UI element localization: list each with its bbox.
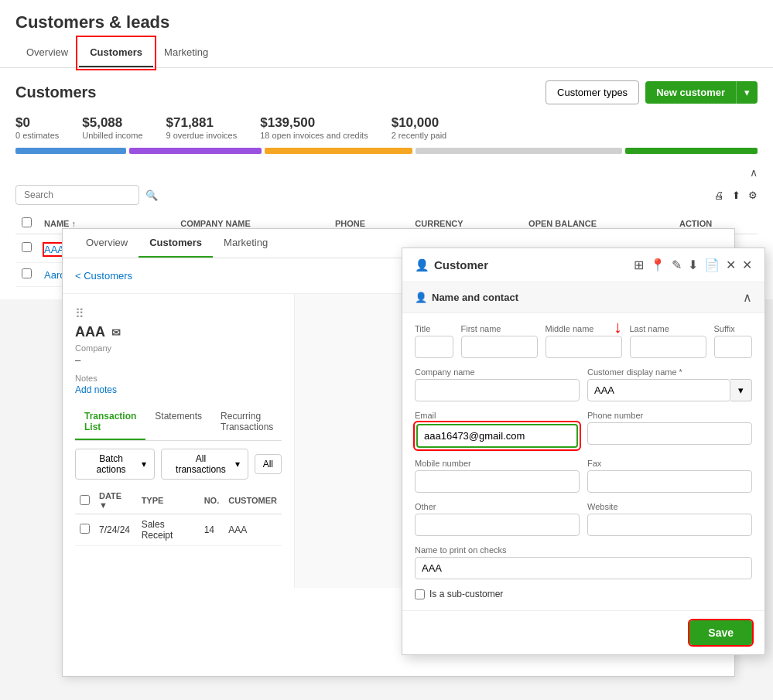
sub-customer-checkbox[interactable] [415,589,425,599]
row-checkbox-aaron[interactable] [22,268,32,278]
search-icon[interactable]: 🔍 [145,190,158,201]
save-button[interactable]: Save [689,620,752,645]
stat-paid-label: 2 recently paid [392,131,447,140]
col-date: DATE ▼ [94,487,137,514]
modal-close-button[interactable]: ✕ [742,258,752,272]
row-checkbox-aaa[interactable] [22,242,32,252]
trans-select-all[interactable] [80,495,90,505]
stat-estimates-amount: $0 [15,115,59,131]
status-filter-label: All [263,459,273,470]
suffix-label: Suffix [714,324,753,333]
status-filter-button[interactable]: All [255,454,282,474]
email-input[interactable] [416,424,578,448]
modal-location-icon[interactable]: 📍 [650,258,665,272]
bar-overdue [265,148,412,154]
first-name-input[interactable] [461,336,538,358]
bar-paid [625,148,758,154]
type-dropdown-icon: ▾ [235,459,240,470]
stat-paid-amount: $10,000 [392,115,447,131]
settings-icon[interactable]: ⚙ [748,190,758,201]
back-to-customers-link[interactable]: < Customers [75,270,132,282]
export-icon[interactable]: ⬆ [732,190,741,201]
col-customer: CUSTOMER [224,487,282,514]
phone-input[interactable] [587,422,752,445]
modal-title-text: Customer [434,258,488,271]
customers-title: Customers [15,84,96,101]
trans-row-checkbox[interactable] [80,524,90,534]
modal-fullscreen-icon[interactable]: ⊞ [634,258,644,272]
batch-actions-label: Batch actions [84,453,139,475]
detail-tab-transactions[interactable]: Transaction List [75,405,145,440]
select-all-checkbox[interactable] [22,217,32,227]
stat-estimates-label: 0 estimates [15,131,59,140]
stat-overdue-amount: $71,881 [166,115,238,131]
section-collapse-icon[interactable]: ∧ [743,290,752,305]
customer-display-input[interactable] [587,379,730,401]
first-name-label: First name [461,324,538,333]
website-input[interactable] [587,514,752,536]
sw-tab-overview[interactable]: Overview [75,229,139,258]
modal-download-icon[interactable]: ⬇ [688,258,698,272]
col-type: TYPE [137,487,200,514]
batch-actions-button[interactable]: Batch actions ▾ [75,449,155,480]
middle-name-input[interactable] [546,336,622,358]
type-filter-label: All transactions [169,453,231,475]
sw-tab-marketing[interactable]: Marketing [213,229,279,258]
mobile-input[interactable] [415,470,580,493]
tab-customers[interactable]: Customers [79,39,153,67]
other-label: Other [415,502,580,511]
print-icon[interactable]: 🖨 [714,190,724,201]
customer-company-label: Company [75,343,282,353]
customer-types-button[interactable]: Customer types [546,80,639,104]
last-name-input[interactable] [630,336,706,358]
customer-display-dropdown[interactable]: ▾ [730,379,752,401]
modal-doc-icon[interactable]: 📄 [704,258,720,272]
trans-no: 14 [200,514,224,546]
stat-overdue-label: 9 overdue invoices [166,131,238,140]
company-name-label: Company name [415,367,580,377]
fax-input[interactable] [587,470,752,493]
customer-name-aaa[interactable]: AAA [44,244,63,255]
name-on-checks-input[interactable] [415,557,752,579]
mobile-label: Mobile number [415,459,580,468]
website-label: Website [587,502,752,511]
search-input[interactable] [15,185,139,205]
stat-unbilled-amount: $5,088 [82,115,142,131]
new-customer-button[interactable]: New customer [645,81,736,104]
suffix-input[interactable] [714,336,753,358]
person-icon: 👤 [415,258,429,272]
section-icon: 👤 [415,292,427,303]
stat-open-amount: $139,500 [260,115,368,131]
title-label: Title [415,324,453,333]
title-input[interactable] [415,336,453,358]
fax-label: Fax [587,459,752,468]
customer-company-value: – [75,354,282,366]
modal-edit-icon[interactable]: ✎ [672,258,682,272]
email-label: Email [415,411,580,420]
transaction-row: 7/24/24 Sales Receipt 14 AAA [75,514,282,546]
notes-label: Notes [75,374,282,383]
add-notes-link[interactable]: Add notes [75,384,282,395]
email-icon: ✉ [111,326,121,339]
trans-customer: AAA [224,514,282,546]
type-filter-button[interactable]: All transactions ▾ [161,449,248,480]
new-customer-dropdown[interactable]: ▾ [736,81,758,104]
detail-tab-recurring[interactable]: Recurring Transactions [211,405,282,440]
stat-open-label: 18 open invoices and credits [260,131,368,140]
modal-settings-icon[interactable]: ✕ [726,258,736,272]
page-title: Customers & leads [0,0,773,39]
company-name-input[interactable] [415,379,580,401]
sw-tab-customers[interactable]: Customers [139,229,213,258]
section-title-text: Name and contact [432,292,518,303]
down-arrow-annotation: ↓ [614,317,622,337]
batch-dropdown-icon: ▾ [142,459,146,470]
collapse-icon[interactable]: ∧ [750,166,758,179]
col-no: NO. [200,487,224,514]
trans-date: 7/24/24 [94,514,137,546]
detail-tab-statements[interactable]: Statements [145,405,211,440]
other-input[interactable] [415,514,580,536]
tab-marketing[interactable]: Marketing [153,39,219,67]
trans-type: Sales Receipt [137,514,200,546]
tab-overview[interactable]: Overview [15,39,79,67]
middle-name-label: Middle name [546,324,622,333]
